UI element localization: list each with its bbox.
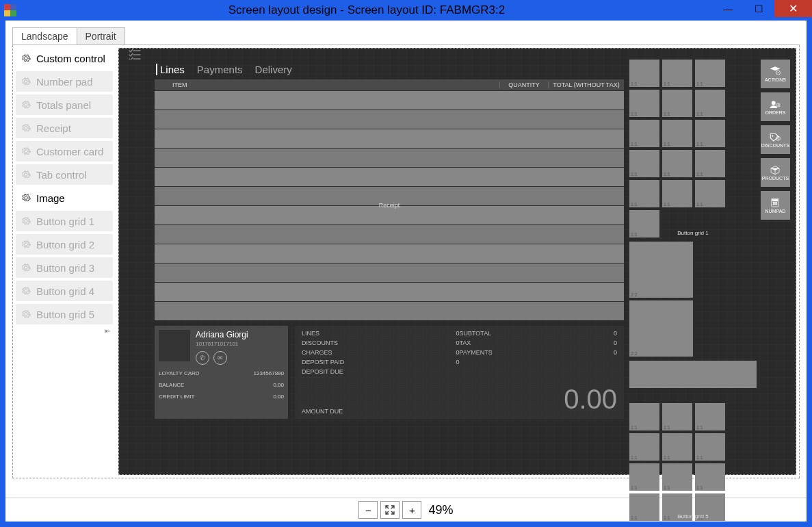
maximize-button[interactable]: ☐ <box>744 0 774 17</box>
grid-cell[interactable]: 1:1 <box>662 180 692 207</box>
grid-cell[interactable]: 2:2 <box>629 300 693 357</box>
palette-item-custom-control[interactable]: Custom control <box>16 48 113 68</box>
palette-item-tab-control[interactable]: Tab control <box>16 164 113 185</box>
palette-item-receipt[interactable]: Receipt <box>16 118 113 138</box>
design-canvas[interactable]: Lines Payments Delivery ITEM QUANTITY TO… <box>118 48 796 475</box>
grid-cell[interactable]: 1:1 <box>629 493 659 521</box>
discounts-button[interactable]: %DISCOUNTS <box>761 125 790 154</box>
tot-tax-label: TAX <box>460 339 471 346</box>
receipt-row <box>155 167 624 186</box>
grand-total: 0.00 <box>460 384 618 415</box>
grid-cell[interactable]: 1:1 <box>695 60 725 87</box>
tot-lines-label: LINES <box>302 330 319 337</box>
totals-panel[interactable]: LINES0 DISCOUNTS0 CHARGES0 DEPOSIT PAID0… <box>295 326 624 419</box>
grid-cell[interactable]: 1:1 <box>695 463 725 491</box>
cell-tag: 1:1 <box>696 515 703 520</box>
palette-item-button-grid-1[interactable]: Button grid 1 <box>16 211 113 231</box>
cell-tag: 1:1 <box>631 455 638 460</box>
app-icon <box>4 4 16 16</box>
grid-cell[interactable]: 1:1 <box>629 463 659 491</box>
grid-cell[interactable]: 1:1 <box>629 120 659 147</box>
cell-tag: 1:1 <box>664 142 670 146</box>
grid-cell[interactable]: 1:1 <box>695 90 725 117</box>
cell-tag: 1:1 <box>664 485 670 490</box>
palette-item-image[interactable]: Image <box>16 188 113 208</box>
tab-landscape[interactable]: Landscape <box>12 27 77 44</box>
numpad-button[interactable]: NUMPAD <box>761 191 790 220</box>
grid-cell[interactable]: 1:1 <box>695 433 725 461</box>
button-grid-2[interactable]: 2:22:2 <box>629 242 757 357</box>
svg-rect-7 <box>773 199 778 201</box>
phone-icon[interactable]: ✆ <box>196 351 209 365</box>
grid-cell[interactable]: 1:1 <box>629 180 659 207</box>
customer-card[interactable]: Adriana Giorgi 10178171017101 ✆ ✉ LOYALT… <box>155 326 288 419</box>
cell-tag: 1:1 <box>696 485 703 490</box>
grid-cell[interactable]: 1:1 <box>662 493 692 521</box>
grid-cell[interactable]: 2:2 <box>629 242 693 298</box>
palette-item-label: Receipt <box>36 123 71 134</box>
grid-cell[interactable]: 1:1 <box>662 433 692 461</box>
products-button[interactable]: PRODUCTS <box>761 158 790 187</box>
svg-point-1 <box>772 101 776 105</box>
loyalty-label: LOYALTY CARD <box>159 370 200 376</box>
cell-tag: 1:1 <box>696 112 703 116</box>
grid-cell[interactable]: 1:1 <box>695 493 725 521</box>
grid-cell[interactable]: 1:1 <box>662 120 692 147</box>
orders-button[interactable]: ORDERS <box>761 92 790 121</box>
cell-tag: 1:1 <box>631 112 638 116</box>
grid-cell[interactable]: 1:1 <box>695 150 725 177</box>
col-item: ITEM <box>155 81 499 88</box>
button-grid-1[interactable]: 1:11:11:11:11:11:11:11:11:11:11:11:11:11… <box>629 60 757 237</box>
grid-cell[interactable]: 1:1 <box>629 60 659 87</box>
cell-tag: 1:1 <box>664 515 670 520</box>
palette-item-customer-card[interactable]: Customer card <box>16 141 113 162</box>
grid-cell[interactable]: 1:1 <box>695 403 725 430</box>
grid-cell[interactable]: 1:1 <box>629 90 659 117</box>
palette-item-number-pad[interactable]: Number pad <box>16 71 113 92</box>
tab-portrait[interactable]: Portrait <box>77 27 125 44</box>
tab-lines[interactable]: Lines <box>156 64 185 75</box>
col-quantity: QUANTITY <box>499 81 549 88</box>
palette-item-label: Button grid 4 <box>36 285 94 297</box>
tab-delivery[interactable]: Delivery <box>255 64 292 75</box>
tot-tax-value: 0 <box>614 339 617 346</box>
mail-icon[interactable]: ✉ <box>213 351 227 365</box>
grid-cell[interactable]: 1:1 <box>695 180 725 207</box>
titlebar[interactable]: Screen layout design - Screen layout ID:… <box>0 0 812 21</box>
grid-cell[interactable]: 1:1 <box>662 90 692 117</box>
minimize-button[interactable]: — <box>713 0 744 17</box>
cell-tag: 1:1 <box>696 425 703 430</box>
svg-point-3 <box>772 135 774 136</box>
palette-item-button-grid-4[interactable]: Button grid 4 <box>16 281 113 301</box>
grid-cell[interactable]: 1:1 <box>629 433 659 461</box>
palette-item-label: Button grid 3 <box>36 262 94 274</box>
receipt-row <box>155 110 624 129</box>
avatar <box>159 330 190 361</box>
grid-cell[interactable]: 1:1 <box>629 150 659 177</box>
receipt-grid[interactable]: Receipt <box>155 90 624 320</box>
palette-item-button-grid-2[interactable]: Button grid 2 <box>16 234 113 255</box>
button-grid-5[interactable]: 1:11:11:11:11:11:11:11:11:11:11:11:1Butt… <box>629 403 757 521</box>
credit-label: CREDIT LIMIT <box>159 394 194 400</box>
grid-cell[interactable]: 1:1 <box>629 403 659 430</box>
cell-tag: 1:1 <box>696 172 703 177</box>
tab-payments[interactable]: Payments <box>197 64 243 75</box>
palette-item-totals-panel[interactable]: Totals panel <box>16 94 113 115</box>
cell-tag: 1:1 <box>631 81 638 86</box>
button-grid-3[interactable] <box>629 361 757 388</box>
cell-tag: 1:1 <box>631 425 638 430</box>
actions-button[interactable]: ACTIONS <box>761 60 790 88</box>
close-button[interactable]: ✕ <box>774 0 812 17</box>
grid-cell[interactable]: 1:1 <box>662 60 692 87</box>
grid-cell[interactable]: 1:1 <box>662 150 692 177</box>
grid-cell[interactable]: 1:1 <box>695 120 725 147</box>
cell-tag: 1:1 <box>664 112 670 116</box>
cell-tag: 1:1 <box>696 455 703 460</box>
grid-cell[interactable]: 1:1 <box>629 210 659 237</box>
cell-tag: 1:1 <box>664 455 670 460</box>
collapse-handle[interactable]: ⇤ <box>16 327 113 337</box>
grid-cell[interactable]: 1:1 <box>662 403 692 430</box>
palette-item-button-grid-3[interactable]: Button grid 3 <box>16 257 113 278</box>
grid-cell[interactable]: 1:1 <box>662 463 692 491</box>
palette-item-button-grid-5[interactable]: Button grid 5 <box>16 304 113 324</box>
